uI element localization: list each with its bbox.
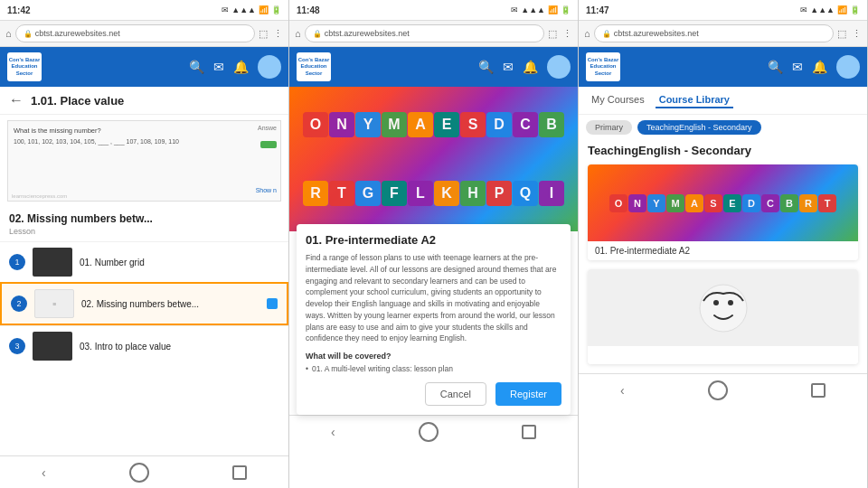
msg-icon-1: ✉ <box>222 5 229 14</box>
url-bar-3[interactable]: 🔒 cbtst.azurewebsites.net <box>594 24 834 42</box>
lock-icon-3: 🔒 <box>602 30 611 38</box>
filter-chips: Primary TeachingEnglish - Secondary <box>579 115 867 140</box>
cancel-button[interactable]: Cancel <box>425 382 486 406</box>
msg-icon-3: ✉ <box>800 5 807 14</box>
signal-icon-3: 📶 <box>837 5 847 14</box>
lesson-item-1[interactable]: 1 01. Number grid <box>0 241 288 282</box>
letter-N: N <box>329 112 354 137</box>
nav-home-btn-2[interactable] <box>419 422 439 442</box>
browser-bar-3: ⌂ 🔒 cbtst.azurewebsites.net ⬚ ⋮ <box>579 20 867 47</box>
avatar-2[interactable] <box>547 55 571 79</box>
signal-icon-1: 📶 <box>259 5 269 14</box>
popup-card: 01. Pre-intermediate A2 Find a range of … <box>297 224 571 415</box>
email-icon-2[interactable]: ✉ <box>503 60 514 74</box>
cl-R: R <box>799 194 817 212</box>
cl-Y: Y <box>647 194 665 212</box>
app-header-3: Con's Bazar Education Sector 🔍 ✉ 🔔 <box>579 47 867 87</box>
bell-icon-3[interactable]: 🔔 <box>812 60 827 74</box>
url-text-1: cbtst.azurewebsites.net <box>35 29 120 38</box>
item-text-2: 02. Missing numbers betwe... <box>81 299 259 309</box>
tab-course-library[interactable]: Course Library <box>656 92 733 108</box>
nav-back-btn-2[interactable]: ‹ <box>331 425 335 439</box>
show-more-btn[interactable]: Show n <box>256 187 277 193</box>
email-icon-3[interactable]: ✉ <box>792 60 803 74</box>
letter-C: C <box>513 112 538 137</box>
menu-icon-3[interactable]: ⋮ <box>852 28 862 40</box>
what-covered: What will be covered? <box>306 352 561 361</box>
cl-E: E <box>723 194 741 212</box>
nav-back-btn-3[interactable]: ‹ <box>620 383 625 398</box>
letter-M: M <box>382 112 407 137</box>
lesson-item-2[interactable]: 2 ≡ 02. Missing numbers betwe... <box>0 282 288 325</box>
letter-E: E <box>434 112 459 137</box>
wifi-icon-1: ▲▲▲ <box>231 5 256 14</box>
home-nav-icon-3[interactable]: ⌂ <box>584 28 590 39</box>
letters-overlay: O N Y M A E S D C B R T G F L K H P Q I <box>289 87 578 231</box>
nav-home-btn-1[interactable] <box>129 463 149 483</box>
chip-primary[interactable]: Primary <box>586 120 632 135</box>
smiley-svg <box>696 281 750 335</box>
item-thumb-1 <box>33 248 72 277</box>
svg-point-1 <box>713 300 719 305</box>
browser-bar-1: ⌂ 🔒 cbtst.azurewebsites.net ⬚ ⋮ <box>0 20 288 47</box>
status-icons-3: ✉ ▲▲▲ 📶 🔋 <box>800 5 860 14</box>
back-button[interactable]: ← <box>9 92 24 108</box>
search-icon-1[interactable]: 🔍 <box>189 60 204 74</box>
svg-point-2 <box>728 300 733 305</box>
url-bar-2[interactable]: 🔒 cbtst.azurewebsites.net <box>305 24 544 42</box>
course-card-1[interactable]: O N Y M A S E D C B R T 01. Pre-intermed… <box>588 164 858 260</box>
search-icon-3[interactable]: 🔍 <box>768 60 783 74</box>
course-hero: O N Y M A E S D C B R T G F L K H P Q I <box>289 87 578 231</box>
register-button[interactable]: Register <box>495 382 561 406</box>
cl-M: M <box>666 194 684 212</box>
browser-actions-1: ⬚ ⋮ <box>259 28 283 40</box>
item-thumb-2: ≡ <box>34 289 74 318</box>
nav-back-btn-1[interactable]: ‹ <box>42 465 46 480</box>
item-thumb-3 <box>33 332 72 361</box>
menu-icon-2[interactable]: ⋮ <box>562 28 572 40</box>
item-num-3: 3 <box>9 338 25 354</box>
lesson-item-3[interactable]: 3 03. Intro to place value <box>0 325 288 366</box>
cl-N: N <box>628 194 646 212</box>
letter-D: D <box>486 112 512 137</box>
section-subtitle: Lesson <box>0 227 288 241</box>
bullet-text-1: 01. A multi-level writing class: lesson … <box>312 364 453 373</box>
tab-icon-2[interactable]: ⬚ <box>548 28 557 40</box>
tab-icon-1[interactable]: ⬚ <box>259 28 268 40</box>
browser-actions-2: ⬚ ⋮ <box>548 28 572 40</box>
green-bar <box>260 141 277 148</box>
tab-my-courses[interactable]: My Courses <box>588 92 648 108</box>
bell-icon-1[interactable]: 🔔 <box>233 60 249 74</box>
app-logo-2: Con's Bazar Education Sector <box>297 52 331 81</box>
nav-recents-btn-1[interactable] <box>232 465 247 480</box>
cl-T: T <box>818 194 836 212</box>
nav-home-btn-3[interactable] <box>708 380 728 400</box>
course-card-2[interactable] <box>588 269 858 364</box>
home-nav-icon-1[interactable]: ⌂ <box>5 28 12 39</box>
nav-recents-btn-2[interactable] <box>522 425 536 439</box>
app-header-icons-3: 🔍 ✉ 🔔 <box>768 55 860 79</box>
panel-1: 11:42 ✉ ▲▲▲ 📶 🔋 ⌂ 🔒 cbtst.azurewebsites.… <box>0 0 289 488</box>
lock-icon-2: 🔒 <box>313 30 322 38</box>
letter-Y: Y <box>355 112 381 137</box>
bottom-nav-1: ‹ <box>0 455 288 488</box>
url-text-3: cbtst.azurewebsites.net <box>614 29 699 38</box>
battery-icon-1: 🔋 <box>271 5 281 14</box>
menu-icon-1[interactable]: ⋮ <box>273 28 283 40</box>
course-card-label-2 <box>588 346 858 364</box>
url-bar-1[interactable]: 🔒 cbtst.azurewebsites.net <box>15 24 255 42</box>
wifi-icon-2: ▲▲▲ <box>521 5 545 14</box>
avatar-1[interactable] <box>258 55 281 79</box>
battery-icon-2: 🔋 <box>561 5 571 14</box>
popup-actions: Cancel Register <box>306 382 561 406</box>
nav-recents-btn-3[interactable] <box>811 383 826 398</box>
search-icon-2[interactable]: 🔍 <box>478 60 494 74</box>
tab-icon-3[interactable]: ⬚ <box>837 28 846 40</box>
home-nav-icon-2[interactable]: ⌂ <box>295 28 301 39</box>
chip-secondary[interactable]: TeachingEnglish - Secondary <box>637 120 761 135</box>
bottom-nav-3: ‹ <box>579 373 867 406</box>
bell-icon-2[interactable]: 🔔 <box>523 60 538 74</box>
letter-K: K <box>434 181 459 206</box>
email-icon-1[interactable]: ✉ <box>213 60 224 74</box>
avatar-3[interactable] <box>836 55 860 79</box>
